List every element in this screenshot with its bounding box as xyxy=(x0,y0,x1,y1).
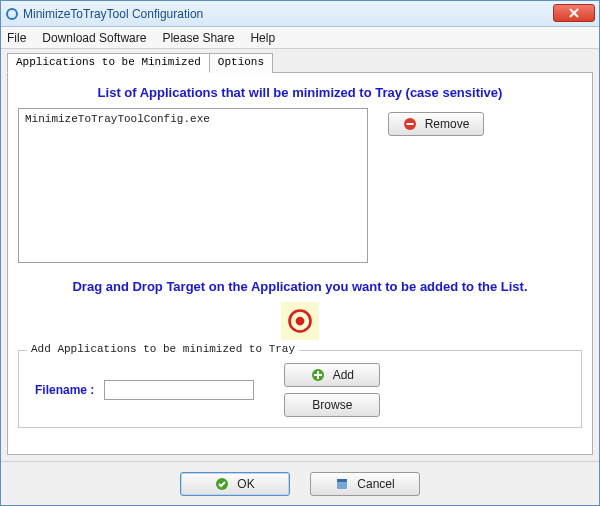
drag-target[interactable] xyxy=(281,302,319,340)
list-item[interactable]: MinimizeToTrayToolConfig.exe xyxy=(25,113,361,125)
tab-applications[interactable]: Applications to be Minimized xyxy=(7,53,210,73)
applications-listbox[interactable]: MinimizeToTrayToolConfig.exe xyxy=(18,108,368,263)
filename-label: Filename : xyxy=(35,383,94,397)
list-row: MinimizeToTrayToolConfig.exe Remove xyxy=(18,108,582,263)
ok-label: OK xyxy=(237,477,254,491)
cancel-button[interactable]: Cancel xyxy=(310,472,420,496)
drag-target-wrap xyxy=(18,302,582,340)
window-title: MinimizeToTrayTool Configuration xyxy=(23,7,203,21)
list-heading: List of Applications that will be minimi… xyxy=(18,85,582,100)
menu-download-software[interactable]: Download Software xyxy=(42,31,146,45)
target-icon xyxy=(286,307,314,335)
cancel-label: Cancel xyxy=(357,477,394,491)
menu-help[interactable]: Help xyxy=(250,31,275,45)
svg-point-0 xyxy=(7,9,17,19)
titlebar: MinimizeToTrayTool Configuration xyxy=(1,1,599,27)
remove-button[interactable]: Remove xyxy=(388,112,484,136)
footer: OK Cancel xyxy=(1,461,599,505)
content: Applications to be Minimized Options Lis… xyxy=(1,49,599,461)
add-applications-fieldset: Add Applications to be minimized to Tray… xyxy=(18,350,582,428)
add-icon xyxy=(311,368,325,382)
app-icon xyxy=(5,7,19,21)
cancel-icon xyxy=(335,477,349,491)
tabpanel-applications: List of Applications that will be minimi… xyxy=(7,72,593,455)
close-button[interactable] xyxy=(553,4,595,22)
tab-options[interactable]: Options xyxy=(209,53,273,73)
svg-rect-2 xyxy=(406,123,413,125)
tabs: Applications to be Minimized Options xyxy=(7,53,593,73)
browse-label: Browse xyxy=(312,398,352,412)
menu-please-share[interactable]: Please Share xyxy=(162,31,234,45)
menu-file[interactable]: File xyxy=(7,31,26,45)
svg-rect-8 xyxy=(337,479,347,482)
window: MinimizeToTrayTool Configuration File Do… xyxy=(0,0,600,506)
add-label: Add xyxy=(333,368,354,382)
menubar: File Download Software Please Share Help xyxy=(1,27,599,49)
filename-input[interactable] xyxy=(104,380,254,400)
remove-icon xyxy=(403,117,417,131)
ok-button[interactable]: OK xyxy=(180,472,290,496)
ok-icon xyxy=(215,477,229,491)
drag-heading: Drag and Drop Target on the Application … xyxy=(18,279,582,294)
fieldset-legend: Add Applications to be minimized to Tray xyxy=(27,343,299,355)
browse-button[interactable]: Browse xyxy=(284,393,380,417)
add-button[interactable]: Add xyxy=(284,363,380,387)
svg-point-4 xyxy=(296,317,305,326)
remove-label: Remove xyxy=(425,117,470,131)
